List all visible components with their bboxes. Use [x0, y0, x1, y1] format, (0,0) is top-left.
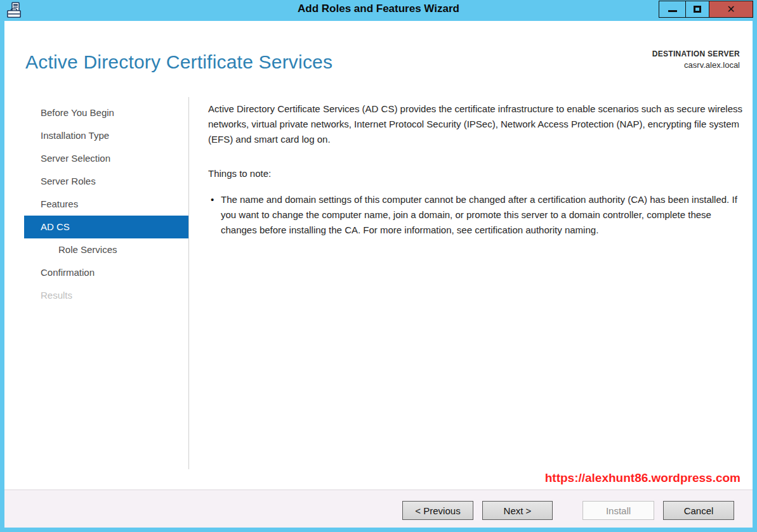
sidebar-item-role-services[interactable]: Role Services — [24, 238, 188, 261]
destination-server-label: DESTINATION SERVER — [652, 49, 740, 58]
sidebar-item-installation-type[interactable]: Installation Type — [24, 124, 188, 147]
previous-button[interactable]: < Previous — [402, 501, 473, 520]
next-button[interactable]: Next > — [482, 501, 553, 520]
wizard-body: Active Directory Certificate Services DE… — [4, 21, 753, 528]
minimize-icon — [668, 10, 677, 12]
sidebar-item-features[interactable]: Features — [24, 193, 188, 216]
footer-bar: < Previous Next > Install Cancel — [4, 490, 753, 528]
sidebar-item-server-selection[interactable]: Server Selection — [24, 147, 188, 170]
page-title: Active Directory Certificate Services — [25, 51, 332, 73]
titlebar: Add Roles and Features Wizard ✕ — [0, 0, 757, 21]
watermark-link: https://alexhunt86.wordpress.com — [545, 471, 741, 485]
minimize-button[interactable] — [659, 1, 686, 18]
sidebar-item-confirmation[interactable]: Confirmation — [24, 261, 188, 284]
sidebar-divider — [188, 97, 189, 469]
maximize-button[interactable] — [685, 1, 709, 18]
things-to-note-heading: Things to note: — [208, 166, 744, 181]
wizard-steps-nav: Before You Begin Installation Type Serve… — [24, 101, 188, 307]
install-button[interactable]: Install — [583, 501, 654, 520]
sidebar-item-results: Results — [24, 284, 188, 307]
close-icon: ✕ — [727, 4, 735, 15]
cancel-button[interactable]: Cancel — [663, 501, 734, 520]
destination-server-block: DESTINATION SERVER casrv.alex.local — [652, 49, 740, 70]
close-button[interactable]: ✕ — [709, 1, 753, 18]
page-content: Active Directory Certificate Services (A… — [208, 101, 744, 238]
window-controls: ✕ — [659, 1, 753, 18]
intro-paragraph: Active Directory Certificate Services (A… — [208, 101, 744, 147]
sidebar-item-server-roles[interactable]: Server Roles — [24, 170, 188, 193]
destination-server-value: casrv.alex.local — [652, 60, 740, 70]
notes-list: The name and domain settings of this com… — [208, 192, 744, 238]
sidebar-item-before-you-begin[interactable]: Before You Begin — [24, 101, 188, 124]
window-title: Add Roles and Features Wizard — [0, 3, 757, 15]
maximize-icon — [694, 6, 701, 13]
note-item: The name and domain settings of this com… — [208, 192, 744, 238]
wizard-window: Add Roles and Features Wizard ✕ Active D… — [0, 0, 757, 532]
sidebar-item-ad-cs[interactable]: AD CS — [24, 216, 188, 238]
